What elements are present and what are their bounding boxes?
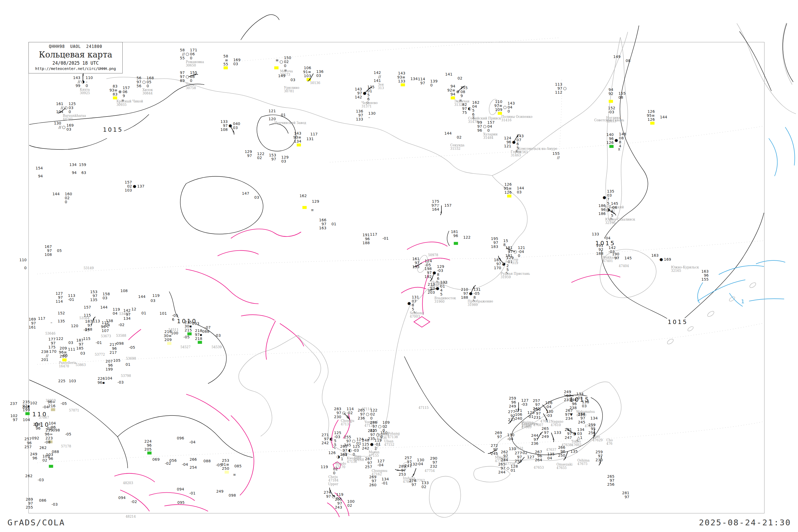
station-value: 0 — [370, 416, 373, 420]
station-value: 281 — [622, 491, 630, 495]
station-values: 094 -02 — [118, 496, 137, 508]
station-48203: 48203 — [123, 481, 133, 485]
station-left-column: 162 — [300, 194, 307, 209]
station-value: 97 — [536, 412, 541, 416]
cloud-cover-icon — [146, 299, 150, 303]
station-value: 55 — [223, 62, 228, 66]
station-value: 199 — [106, 367, 113, 371]
station-right-column: 1320145 — [440, 280, 448, 296]
station-value: 03 — [316, 73, 321, 77]
station-left-column: 829775 — [462, 103, 467, 115]
station-value: -03 — [334, 435, 341, 439]
station-value: 144 — [660, 115, 667, 119]
station-value: – — [51, 321, 52, 324]
station-left-column: 121 120 — [268, 109, 276, 121]
station-name-label: 53149 — [83, 267, 94, 270]
station-left-column: 144 — [100, 305, 108, 317]
station-right-column: 094 — [23, 406, 30, 410]
station-value — [124, 500, 126, 504]
station-value — [111, 323, 113, 327]
station-plot: 117 – — [38, 317, 52, 328]
station-value — [54, 429, 56, 433]
station-plot: 12695≡126 144 — [647, 110, 667, 125]
station-right-column: 150020 — [284, 56, 291, 68]
weather-marker-box — [274, 66, 279, 70]
station-plot: 155// — [552, 152, 565, 164]
station-value: 121 — [518, 246, 525, 250]
station-value: 236 — [358, 416, 365, 420]
station-value: 195 — [491, 237, 498, 241]
station-value — [657, 262, 659, 265]
station-value: 9 — [460, 94, 463, 98]
station-value: 132 — [440, 280, 448, 284]
station-value: 181 — [451, 230, 458, 234]
station-left-column: 12695≡126 — [504, 183, 512, 198]
station-value — [144, 303, 146, 307]
station-value: 0 — [24, 266, 26, 270]
station-value: 0 — [508, 109, 510, 113]
station-left-column: 117 — [38, 317, 45, 328]
station-name-label: Владивосток31960 — [434, 297, 456, 304]
station-id: 47115 — [418, 406, 429, 410]
station-name-label: Тер319 — [512, 258, 518, 265]
station-plot: 126 ◑-041 — [328, 451, 347, 463]
cloud-cover-icon — [46, 321, 50, 324]
station-value: 95≡ — [504, 187, 512, 190]
station-id: 47653 — [534, 466, 544, 470]
station-value: 97 — [462, 107, 467, 111]
cloud-cover-icon — [98, 294, 102, 298]
cloud-cover-icon — [33, 478, 37, 482]
station-plot: 105 01 — [113, 359, 130, 370]
station-value: 03 — [290, 78, 295, 82]
station-values: 095 — [177, 500, 190, 513]
station-value: 97 — [51, 341, 56, 345]
station-values: 108 — [120, 289, 133, 301]
station-value: 188 — [461, 296, 469, 300]
station-plot: 262 -03 — [25, 474, 44, 486]
station-value: 97 — [433, 460, 437, 464]
station-value: 149 — [278, 74, 285, 78]
station-left-column: 16797108 — [44, 245, 52, 257]
station-value: 97 — [223, 124, 228, 128]
station-id: 53863 — [76, 363, 86, 367]
station-value: 93≡ — [293, 135, 301, 139]
station-value: 216 — [48, 404, 56, 408]
station-Тер: 18197181○121-040Тер319 — [506, 246, 525, 258]
station-value: 0 — [487, 129, 490, 132]
station-value: 269 — [26, 497, 33, 501]
station-value — [415, 487, 417, 491]
weather-marker-box — [609, 145, 613, 148]
station-plot: 12797114 113-01 — [56, 291, 75, 304]
station-value: 152 — [58, 311, 65, 315]
station-plot: 16396155 — [701, 269, 714, 281]
station-left-column: 10496 — [49, 421, 56, 433]
station-plot: 094 -01 — [177, 487, 195, 499]
cloud-cover-icon — [453, 76, 457, 80]
station-value — [208, 338, 209, 342]
station-value: 122 — [56, 337, 63, 341]
station-value — [165, 320, 167, 323]
station-left-column: 069 — [152, 457, 160, 470]
station-right-column: 10002 — [347, 499, 355, 507]
station-left-column: 154 94 — [36, 166, 43, 178]
station-left-column: 15397 — [269, 153, 277, 165]
station-value: -06 — [611, 206, 618, 210]
station-plot: 26597256 — [607, 475, 620, 487]
station-value: 97 — [136, 80, 141, 84]
station-name-label: Зея313 — [378, 83, 384, 90]
station-plot: 056 -04 — [169, 459, 188, 471]
station-value: 92 — [598, 248, 603, 252]
station-right-column: 08 — [626, 59, 630, 63]
station-right-column: 122 — [463, 235, 471, 240]
station-value: 103 — [125, 188, 132, 192]
station-value: 290 — [430, 456, 438, 460]
station-values: 25391≡250 085 — [221, 459, 242, 474]
station-value: 03 — [80, 352, 85, 355]
station-left-column: 19192188 — [596, 244, 604, 255]
station-value: 201 — [60, 354, 67, 358]
station-47631: 47631 — [513, 447, 524, 450]
station-value: 91≡ — [303, 70, 311, 74]
cloud-cover-icon: ○ — [483, 125, 487, 129]
station-plot: 115 -01 — [83, 337, 102, 349]
station-value: 133 — [554, 431, 562, 435]
